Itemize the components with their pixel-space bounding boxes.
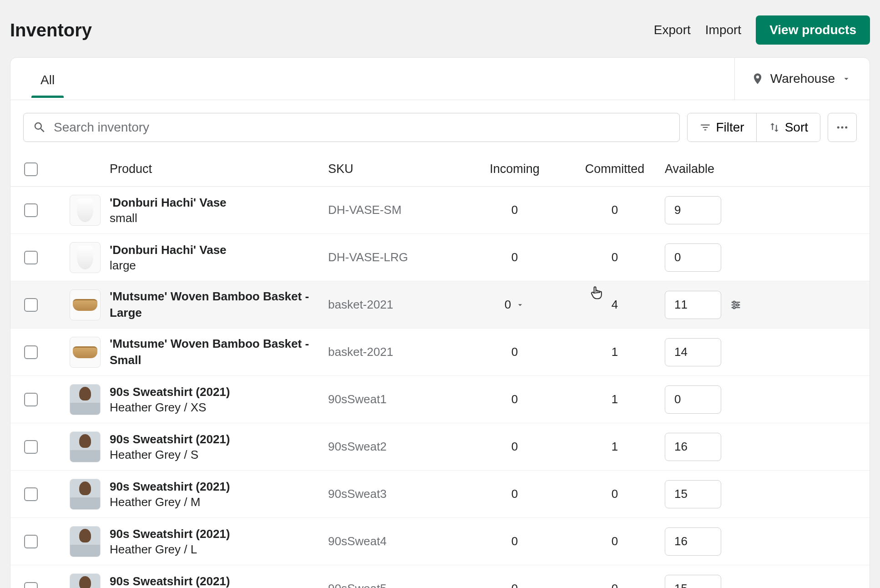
product-name: 'Donburi Hachi' Vase	[110, 195, 328, 211]
table-row[interactable]: 90s Sweatshirt (2021)Heather Grey / L90s…	[10, 518, 870, 565]
product-variant: large	[110, 259, 328, 273]
table-row[interactable]: 'Mutsume' Woven Bamboo Basket - Largebas…	[10, 281, 870, 329]
product-name: 90s Sweatshirt (2021)	[110, 479, 328, 495]
product-variant: small	[110, 211, 328, 225]
product-thumbnail	[70, 195, 101, 226]
col-incoming: Incoming	[465, 162, 565, 176]
tabs: All	[10, 60, 65, 97]
product-name: 90s Sweatshirt (2021)	[110, 573, 328, 588]
incoming-cell[interactable]: 0	[465, 298, 565, 312]
sort-button[interactable]: Sort	[756, 113, 820, 142]
product-name: 'Donburi Hachi' Vase	[110, 242, 328, 258]
chevron-down-icon	[841, 74, 851, 84]
search-input[interactable]	[54, 120, 670, 135]
product-name: 90s Sweatshirt (2021)	[110, 431, 328, 447]
incoming-cell: 0	[465, 203, 565, 217]
adjust-icon[interactable]	[729, 299, 742, 311]
available-input[interactable]	[665, 527, 721, 556]
available-input[interactable]	[665, 291, 721, 319]
committed-cell: 0	[565, 250, 665, 264]
product-name: 'Mutsume' Woven Bamboo Basket - Small	[110, 336, 328, 368]
table-row[interactable]: 'Donburi Hachi' VasesmallDH-VASE-SM00	[10, 187, 870, 234]
row-checkbox[interactable]	[24, 203, 38, 217]
committed-cell: 4	[565, 298, 665, 312]
product-variant: Heather Grey / L	[110, 542, 328, 557]
table-row[interactable]: 90s Sweatshirt (2021)Heather Grey / S90s…	[10, 423, 870, 471]
incoming-cell: 0	[465, 534, 565, 548]
location-picker[interactable]: Warehouse	[734, 58, 870, 100]
filter-icon	[699, 122, 711, 133]
table-row[interactable]: 90s Sweatshirt (2021)Heather Grey / XS90…	[10, 376, 870, 423]
product-name: 90s Sweatshirt (2021)	[110, 526, 328, 542]
location-pin-icon	[751, 72, 764, 85]
inventory-card: All Warehouse	[10, 57, 870, 588]
product-thumbnail	[70, 337, 101, 368]
filter-sort-group: Filter Sort	[687, 113, 820, 142]
svg-point-4	[733, 301, 735, 303]
search-icon	[33, 121, 46, 134]
sku-cell: DH-VASE-LRG	[328, 250, 465, 264]
available-input[interactable]	[665, 385, 721, 414]
row-checkbox[interactable]	[24, 487, 38, 501]
export-button[interactable]: Export	[654, 23, 691, 37]
product-thumbnail	[70, 431, 101, 462]
row-checkbox[interactable]	[24, 535, 38, 548]
table-header: Product SKU Incoming Committed Available	[10, 153, 870, 187]
incoming-cell: 0	[465, 487, 565, 501]
col-sku: SKU	[328, 162, 465, 176]
available-input[interactable]	[665, 243, 721, 272]
available-input[interactable]	[665, 338, 721, 366]
filter-label: Filter	[716, 120, 744, 135]
sku-cell: 90sSweat4	[328, 534, 465, 548]
tab-all[interactable]: All	[30, 60, 65, 97]
col-product: Product	[110, 162, 328, 176]
row-checkbox[interactable]	[24, 298, 38, 312]
available-input[interactable]	[665, 196, 721, 224]
sort-icon	[769, 122, 780, 133]
row-checkbox[interactable]	[24, 440, 38, 454]
committed-cell: 1	[565, 440, 665, 454]
product-name: 90s Sweatshirt (2021)	[110, 384, 328, 400]
svg-point-6	[736, 304, 738, 306]
available-input[interactable]	[665, 480, 721, 508]
table-row[interactable]: 90s Sweatshirt (2021)Heather Grey / M90s…	[10, 471, 870, 518]
toolbar: Filter Sort	[10, 100, 870, 153]
svg-point-2	[845, 127, 847, 129]
sku-cell: 90sSweat1	[328, 392, 465, 406]
committed-cell: 0	[565, 582, 665, 588]
committed-cell: 0	[565, 203, 665, 217]
committed-cell: 0	[565, 487, 665, 501]
incoming-cell: 0	[465, 345, 565, 359]
committed-cell: 0	[565, 534, 665, 548]
import-button[interactable]: Import	[705, 23, 741, 37]
chevron-down-icon	[516, 300, 525, 309]
view-products-button[interactable]: View products	[756, 15, 870, 45]
more-actions-button[interactable]	[828, 113, 857, 142]
search-wrap[interactable]	[23, 113, 680, 142]
sku-cell: basket-2021	[328, 298, 465, 312]
committed-cell: 1	[565, 345, 665, 359]
table-row[interactable]: 90s Sweatshirt (2021)Heather Grey / XL90…	[10, 565, 870, 588]
svg-point-8	[733, 306, 735, 309]
product-variant: Heather Grey / XS	[110, 400, 328, 415]
incoming-cell: 0	[465, 250, 565, 264]
table-row[interactable]: 'Donburi Hachi' VaselargeDH-VASE-LRG00	[10, 234, 870, 281]
available-input[interactable]	[665, 433, 721, 461]
sku-cell: basket-2021	[328, 345, 465, 359]
sku-cell: 90sSweat5	[328, 582, 465, 588]
row-checkbox[interactable]	[24, 345, 38, 359]
product-variant: Heather Grey / M	[110, 495, 328, 509]
product-name: 'Mutsume' Woven Bamboo Basket - Large	[110, 289, 328, 320]
sku-cell: 90sSweat2	[328, 440, 465, 454]
select-all-checkbox[interactable]	[24, 162, 38, 176]
incoming-cell: 0	[465, 582, 565, 588]
filter-button[interactable]: Filter	[688, 113, 756, 142]
row-checkbox[interactable]	[24, 251, 38, 264]
row-checkbox[interactable]	[24, 393, 38, 406]
row-checkbox[interactable]	[24, 582, 38, 588]
table-row[interactable]: 'Mutsume' Woven Bamboo Basket - Smallbas…	[10, 329, 870, 376]
col-available: Available	[665, 162, 856, 176]
incoming-cell: 0	[465, 392, 565, 406]
available-input[interactable]	[665, 575, 721, 588]
product-thumbnail	[70, 526, 101, 557]
